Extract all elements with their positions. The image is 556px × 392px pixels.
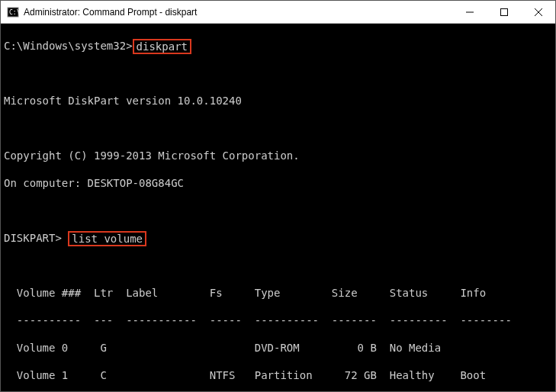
svg-rect-3 <box>500 8 507 15</box>
copyright-line: Copyright (C) 1999-2013 Microsoft Corpor… <box>4 149 552 162</box>
table-divider: ---------- --- ----------- ----- -------… <box>4 313 552 327</box>
table-row: Volume 0 G DVD-ROM 0 B No Media <box>4 341 552 355</box>
terminal-output: C:\Windows\system32>diskpart Microsoft D… <box>4 25 552 391</box>
svg-text:C:\: C:\ <box>9 9 19 16</box>
minimize-button[interactable] <box>452 1 487 23</box>
table-row: Volume 1 C NTFS Partition 72 GB Healthy … <box>4 368 552 382</box>
computer-line: On computer: DESKTOP-08G84GC <box>4 176 552 190</box>
app-icon: C:\ <box>7 6 19 18</box>
window-controls <box>452 1 555 23</box>
diskpart-prompt: DISKPART> <box>4 232 62 244</box>
terminal-area[interactable]: C:\Windows\system32>diskpart Microsoft D… <box>1 24 555 391</box>
table-header: Volume ### Ltr Label Fs Type Size Status… <box>4 286 552 300</box>
titlebar[interactable]: C:\ Administrator: Command Prompt - disk… <box>1 1 555 24</box>
version-line: Microsoft DiskPart version 10.0.10240 <box>4 94 552 108</box>
command-list-volume-highlight: list volume <box>68 231 146 246</box>
command-prompt-window: C:\ Administrator: Command Prompt - disk… <box>0 0 556 392</box>
maximize-button[interactable] <box>487 1 521 23</box>
close-button[interactable] <box>521 1 555 23</box>
command-diskpart-highlight: diskpart <box>133 39 191 54</box>
window-title: Administrator: Command Prompt - diskpart <box>24 7 452 18</box>
prompt-path: C:\Windows\system32> <box>4 40 133 52</box>
